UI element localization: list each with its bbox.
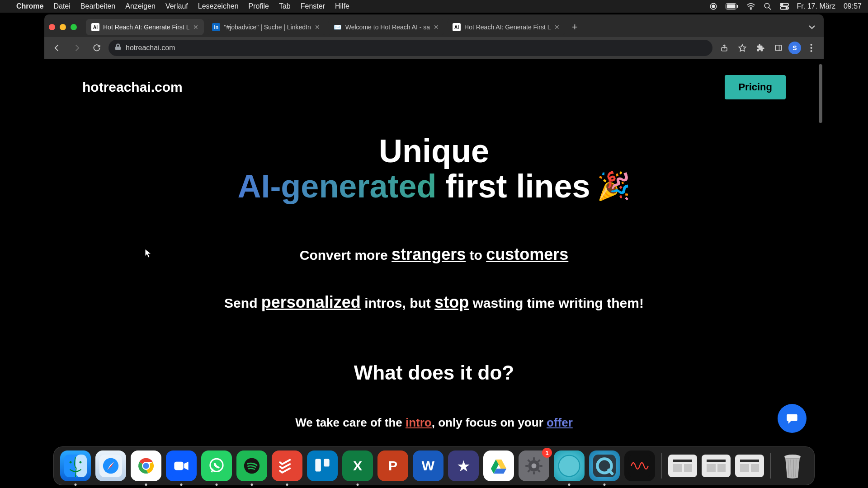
- chat-widget-button[interactable]: [778, 404, 807, 433]
- dock-running-indicator-icon: [145, 483, 147, 486]
- menu-datei[interactable]: Datei: [53, 2, 70, 10]
- dock-app-powerpoint[interactable]: P: [377, 450, 408, 481]
- dock-app-settings[interactable]: 1: [519, 450, 549, 481]
- pricing-button[interactable]: Pricing: [725, 75, 786, 99]
- browser-toolbar: hotreachai.com S: [44, 37, 824, 59]
- address-bar[interactable]: hotreachai.com: [108, 40, 712, 56]
- menu-hilfe[interactable]: Hilfe: [335, 2, 349, 10]
- svg-point-21: [70, 461, 72, 464]
- tab-close-icon[interactable]: ✕: [193, 23, 198, 31]
- dock-app-excel[interactable]: X: [342, 450, 373, 481]
- svg-rect-20: [75, 455, 87, 477]
- svg-rect-38: [324, 459, 330, 466]
- profile-avatar[interactable]: S: [788, 42, 801, 54]
- bookmark-button[interactable]: [734, 40, 750, 56]
- wifi-icon[interactable]: [746, 3, 755, 10]
- subheading-1: Convert more strangers to customers: [44, 245, 824, 264]
- menu-tab[interactable]: Tab: [279, 2, 291, 10]
- svg-rect-63: [717, 464, 726, 472]
- browser-tab[interactable]: AI Hot Reach AI: Generate First L ✕: [447, 19, 565, 35]
- dock-app-whatsapp[interactable]: [201, 450, 232, 481]
- svg-rect-61: [707, 460, 726, 462]
- tab-title: "#jobadvice" | Suche | LinkedIn: [224, 23, 311, 31]
- dock-app-drive[interactable]: [483, 450, 514, 481]
- svg-point-6: [764, 3, 769, 8]
- intro-link[interactable]: intro: [406, 416, 432, 429]
- lock-icon: [115, 43, 121, 52]
- svg-point-5: [750, 9, 751, 9]
- dock-app-app-teal[interactable]: [554, 450, 585, 481]
- menu-lesezeichen[interactable]: Lesezeichen: [198, 2, 239, 10]
- dock-app-word[interactable]: W: [413, 450, 443, 481]
- all-tabs-button[interactable]: [805, 23, 819, 31]
- menubar-time[interactable]: 09:57: [844, 2, 862, 10]
- tab-title: Hot Reach AI: Generate First L: [103, 23, 189, 31]
- tab-close-icon[interactable]: ✕: [315, 23, 320, 31]
- dock-app-todoist[interactable]: [272, 450, 302, 481]
- tab-favicon-ai-icon: AI: [453, 23, 461, 31]
- dock-app-quicktime[interactable]: [589, 450, 620, 481]
- dock-minimized-window[interactable]: [735, 455, 764, 477]
- spotlight-icon[interactable]: [764, 2, 772, 10]
- sidepanel-button[interactable]: [770, 40, 787, 56]
- dock-running-indicator-icon: [286, 483, 288, 486]
- dock-running-indicator-icon: [251, 483, 253, 486]
- svg-rect-65: [740, 460, 759, 462]
- tab-close-icon[interactable]: ✕: [434, 23, 439, 31]
- offer-link[interactable]: offer: [547, 416, 573, 429]
- dock-app-zoom[interactable]: [166, 450, 197, 481]
- dock-app-safari[interactable]: [95, 450, 126, 481]
- dock-app-trello[interactable]: [307, 450, 338, 481]
- dock-trash[interactable]: [777, 450, 808, 481]
- menu-verlauf[interactable]: Verlauf: [165, 2, 188, 10]
- menubar-app-name[interactable]: Chrome: [16, 2, 43, 10]
- svg-point-17: [810, 47, 812, 49]
- menu-anzeigen[interactable]: Anzeigen: [125, 2, 156, 10]
- battery-icon[interactable]: [726, 3, 738, 9]
- nav-back-button[interactable]: [49, 40, 65, 56]
- extensions-button[interactable]: [752, 40, 769, 56]
- dock-app-voice-memos[interactable]: [624, 450, 655, 481]
- svg-point-11: [786, 7, 787, 9]
- dock-app-finder[interactable]: [60, 450, 91, 481]
- svg-rect-58: [673, 464, 682, 472]
- dock-app-imovie[interactable]: ★: [448, 450, 479, 481]
- nav-reload-button[interactable]: [89, 40, 105, 56]
- svg-rect-37: [315, 459, 321, 471]
- dock-minimized-window[interactable]: [668, 455, 697, 477]
- tab-favicon-ai-icon: AI: [91, 23, 99, 31]
- browser-tab[interactable]: in "#jobadvice" | Suche | LinkedIn ✕: [207, 19, 325, 35]
- window-close-button[interactable]: [49, 24, 55, 30]
- browser-tab[interactable]: AI Hot Reach AI: Generate First L ✕: [86, 19, 204, 35]
- scrollbar[interactable]: [819, 64, 822, 123]
- menu-bearbeiten[interactable]: Bearbeiten: [80, 2, 115, 10]
- window-maximize-button[interactable]: [71, 24, 77, 30]
- svg-rect-12: [115, 47, 121, 50]
- svg-rect-57: [673, 460, 692, 462]
- menu-profile[interactable]: Profile: [249, 2, 269, 10]
- svg-line-7: [769, 7, 771, 9]
- screen-record-icon[interactable]: [709, 2, 717, 10]
- dock-app-chrome[interactable]: [131, 450, 161, 481]
- dock-running-indicator-icon: [216, 483, 218, 486]
- window-minimize-button[interactable]: [60, 24, 66, 30]
- menu-fenster[interactable]: Fenster: [301, 2, 325, 10]
- control-center-icon[interactable]: [780, 3, 789, 10]
- share-button[interactable]: [716, 40, 732, 56]
- chrome-menu-button[interactable]: [803, 40, 819, 56]
- dock-app-spotify[interactable]: [236, 450, 267, 481]
- svg-point-1: [712, 5, 715, 8]
- site-brand[interactable]: hotreachai.com: [82, 80, 183, 95]
- new-tab-button[interactable]: +: [568, 20, 581, 34]
- svg-rect-3: [737, 5, 738, 8]
- svg-rect-67: [751, 464, 759, 472]
- dock-minimized-window[interactable]: [702, 455, 731, 477]
- menubar-date[interactable]: Fr. 17. März: [797, 2, 835, 10]
- nav-forward-button[interactable]: [69, 40, 85, 56]
- tab-close-icon[interactable]: ✕: [554, 23, 560, 31]
- subheading-2: Send personalized intros, but stop wasti…: [44, 293, 824, 312]
- browser-tab[interactable]: ✉️ Welcome to Hot Reach AI - sa ✕: [328, 19, 444, 35]
- hero-line-3: first lines: [446, 169, 590, 204]
- dock: XPW★1: [53, 446, 815, 485]
- page-content: hotreachai.com Pricing Unique AI-generat…: [44, 59, 824, 447]
